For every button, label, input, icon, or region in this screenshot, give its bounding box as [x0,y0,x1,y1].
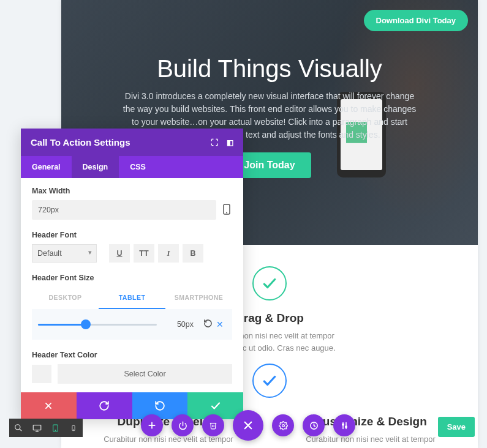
color-swatch[interactable] [32,365,51,383]
svg-point-18 [282,424,284,427]
tab-css[interactable]: CSS [119,156,157,178]
close-icon[interactable]: ✕ [216,319,224,329]
header-font-label: Header Font [32,231,232,239]
slider-thumb[interactable] [81,319,91,329]
svg-line-5 [20,429,22,431]
undo-button[interactable] [77,392,132,419]
font-italic-button[interactable]: I [158,244,179,263]
settings-button[interactable] [272,414,294,436]
check-icon [252,266,287,301]
svg-point-4 [15,425,20,430]
tab-general[interactable]: General [21,156,72,178]
expand-icon[interactable]: ⛶ [211,138,218,147]
device-tab-desktop[interactable]: DESKTOP [32,287,99,309]
device-mobile-icon[interactable] [221,204,232,217]
svg-point-10 [55,430,55,430]
header-font-size-label: Header Font Size [32,274,232,282]
font-underline-button[interactable]: U [109,244,130,263]
zoom-icon[interactable] [9,419,28,437]
svg-point-12 [74,429,74,430]
reset-icon[interactable] [203,319,213,330]
module-action-bar [141,410,355,441]
feature-icon-standalone [252,364,287,409]
device-tab-smartphone[interactable]: SMARTPHONE [165,287,232,309]
font-size-slider[interactable] [38,324,157,326]
add-button[interactable] [141,414,163,436]
close-actions-button[interactable] [233,410,263,441]
svg-point-23 [345,426,347,428]
save-button[interactable]: Save [438,417,475,437]
hero-title: Build Things Visually [98,55,441,83]
history-button[interactable] [303,414,325,436]
delete-button[interactable] [202,414,224,436]
max-width-label: Max Width [32,187,232,195]
panel-body: Max Width Header Font Default U TT [21,178,243,419]
max-width-input[interactable] [32,200,216,220]
cancel-button[interactable] [21,392,77,419]
font-bold-button[interactable]: B [183,244,203,263]
device-tab-tablet[interactable]: TABLET [99,287,165,309]
svg-point-1 [226,212,227,213]
desktop-preview-icon[interactable] [28,419,46,437]
module-settings-panel: Call To Action Settings ⛶ ◧ General Desi… [21,129,243,419]
select-color-button[interactable]: Select Color [58,364,232,384]
preview-toolbar [9,419,83,437]
adjust-button[interactable] [333,414,355,436]
power-button[interactable] [172,414,194,436]
header-font-select[interactable]: Default [32,244,97,263]
download-divi-button[interactable]: Download Divi Today [364,10,469,31]
tab-design[interactable]: Design [72,156,119,178]
font-size-value: 50px [163,320,194,329]
svg-point-22 [342,424,344,425]
phone-preview-icon[interactable] [64,419,83,437]
snap-icon[interactable]: ◧ [227,138,233,147]
panel-title: Call To Action Settings [31,137,130,147]
svg-rect-6 [33,425,41,430]
header-text-color-label: Header Text Color [32,351,232,359]
tablet-preview-icon[interactable] [46,419,64,437]
check-icon [252,364,287,398]
panel-header[interactable]: Call To Action Settings ⛶ ◧ [21,129,243,156]
font-uppercase-button[interactable]: TT [134,244,154,263]
panel-tabs: General Design CSS [21,156,243,178]
